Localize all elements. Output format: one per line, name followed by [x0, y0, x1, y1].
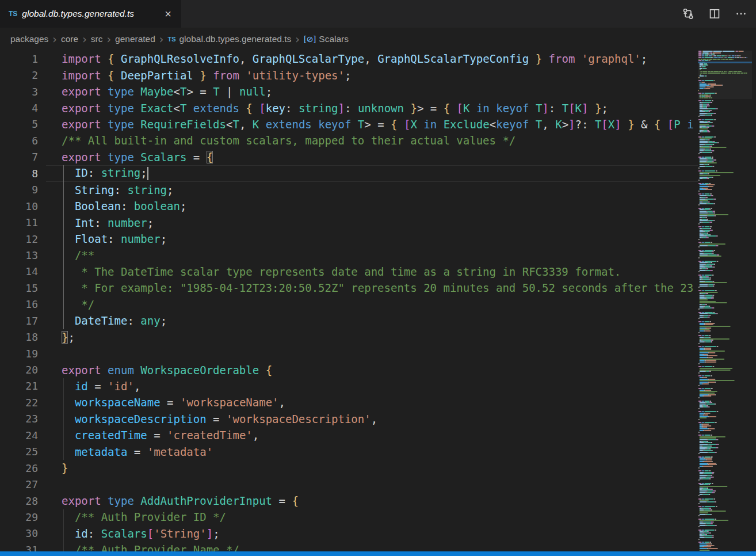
code-line[interactable]: 17 DateTime: any;	[0, 313, 756, 329]
line-text: /**	[38, 249, 94, 261]
code-line[interactable]: 18};	[0, 329, 756, 345]
code-line[interactable]: 6/** All built-in and custom scalars, ma…	[0, 132, 756, 148]
code-line[interactable]: 12 Float: number;	[0, 231, 756, 247]
code-line[interactable]: 23 workspaceDescription = 'workspaceDesc…	[0, 411, 756, 427]
line-number[interactable]: 26	[0, 462, 38, 474]
line-number[interactable]: 4	[0, 102, 38, 114]
line-number[interactable]: 3	[0, 86, 38, 98]
code-line[interactable]: 14 * The DateTime scalar type represents…	[0, 264, 756, 280]
code-line[interactable]: 11 Int: number;	[0, 214, 756, 230]
line-number[interactable]: 23	[0, 413, 38, 425]
tab-close-icon[interactable]: ×	[162, 8, 174, 20]
line-number[interactable]: 6	[0, 135, 38, 147]
breadcrumb-label: packages	[10, 34, 48, 44]
code-line[interactable]: 13 /**	[0, 247, 756, 263]
line-text: /** All built-in and custom scalars, map…	[38, 134, 516, 147]
open-changes-icon[interactable]	[681, 7, 695, 21]
line-number[interactable]: 30	[0, 527, 38, 539]
line-number[interactable]: 21	[0, 380, 38, 392]
split-editor-icon[interactable]	[708, 7, 721, 21]
line-number[interactable]: 29	[0, 511, 38, 523]
line-number[interactable]: 24	[0, 429, 38, 441]
code-line[interactable]: 8 ID: string;	[0, 165, 756, 181]
code-line[interactable]: 7export type Scalars = {	[0, 149, 756, 165]
line-number[interactable]: 5	[0, 118, 38, 130]
line-number[interactable]: 7	[0, 151, 38, 163]
line-text: export type Scalars = {	[38, 151, 213, 163]
line-number[interactable]: 18	[0, 331, 38, 343]
code-line[interactable]: 5export type RequireFields<T, K extends …	[0, 116, 756, 132]
code-line[interactable]: 2import { DeepPartial } from 'utility-ty…	[0, 67, 756, 83]
line-number[interactable]: 12	[0, 233, 38, 245]
line-number[interactable]: 27	[0, 478, 38, 490]
line-number[interactable]: 2	[0, 69, 38, 81]
line-number[interactable]: 10	[0, 200, 38, 212]
line-number[interactable]: 11	[0, 216, 38, 229]
line-text: export type AddAuthProviderInput = {	[38, 494, 299, 507]
minimap[interactable]	[698, 51, 752, 551]
code-line[interactable]: 16 */	[0, 296, 756, 313]
line-number[interactable]: 16	[0, 298, 38, 310]
code-line[interactable]: 20export enum WorkspaceOrderable {	[0, 361, 756, 378]
breadcrumb-separator-icon: ›	[159, 33, 164, 45]
breadcrumb-label: src	[91, 34, 103, 44]
code-line[interactable]: 22 workspaceName = 'workspaceName',	[0, 394, 756, 410]
code-line[interactable]: 25 metadata = 'metadata'	[0, 444, 756, 460]
code-line[interactable]: 15 * For example: "1985-04-12T23:20:50.5…	[0, 280, 756, 296]
code-line[interactable]: 21 id = 'id',	[0, 378, 756, 394]
line-number[interactable]: 20	[0, 364, 38, 376]
line-number[interactable]: 25	[0, 445, 38, 458]
editor: 1import { GraphQLResolveInfo, GraphQLSca…	[0, 51, 756, 551]
tab-global-db-types-generated[interactable]: TS global.db.types.generated.ts ×	[0, 0, 181, 28]
line-text: * For example: "1985-04-12T23:20:50.52Z"…	[38, 281, 693, 294]
line-text: id: Scalars['String'];	[38, 527, 220, 540]
typescript-file-icon: TS	[9, 10, 17, 18]
more-actions-icon[interactable]	[734, 7, 748, 21]
breadcrumb-separator-icon: ›	[52, 33, 57, 45]
line-text: import { GraphQLResolveInfo, GraphQLScal…	[38, 52, 647, 65]
breadcrumb-separator-icon: ›	[295, 33, 300, 45]
code-line[interactable]: 27	[0, 476, 756, 492]
code-line[interactable]: 31 /** Auth Provider Name */	[0, 542, 756, 551]
line-text: export enum WorkspaceOrderable {	[38, 364, 272, 376]
code-line[interactable]: 30 id: Scalars['String'];	[0, 525, 756, 542]
line-text: Boolean: boolean;	[38, 200, 186, 212]
code-line[interactable]: 24 createdTime = 'createdTime',	[0, 427, 756, 443]
line-number[interactable]: 19	[0, 348, 38, 360]
breadcrumb-item-src[interactable]: ›src	[78, 33, 102, 45]
breadcrumb-item-global-db-types-generated-ts[interactable]: ›TSglobal.db.types.generated.ts	[155, 33, 291, 45]
breadcrumb-item-generated[interactable]: ›generated	[102, 33, 155, 45]
code-line[interactable]: 9 String: string;	[0, 182, 756, 198]
editor-code: 1import { GraphQLResolveInfo, GraphQLSca…	[0, 51, 756, 551]
line-number[interactable]: 17	[0, 315, 38, 327]
breadcrumb-item-scalars[interactable]: ›[⊘]Scalars	[291, 33, 349, 45]
breadcrumb-item-packages[interactable]: packages	[10, 34, 48, 44]
code-line[interactable]: 3export type Maybe<T> = T | null;	[0, 83, 756, 100]
line-number[interactable]: 15	[0, 282, 38, 294]
code-line[interactable]: 29 /** Auth Provider ID */	[0, 509, 756, 525]
line-number[interactable]: 28	[0, 495, 38, 507]
code-line[interactable]: 4export type Exact<T extends { [key: str…	[0, 100, 756, 116]
vscode-window: TS global.db.types.generated.ts ×	[0, 0, 756, 556]
line-number[interactable]: 1	[0, 53, 38, 65]
line-text: String: string;	[38, 184, 174, 196]
line-number[interactable]: 31	[0, 544, 38, 551]
code-line[interactable]: 10 Boolean: boolean;	[0, 198, 756, 214]
symbol-type-icon: [⊘]	[304, 35, 315, 44]
breadcrumb-label: Scalars	[319, 34, 349, 44]
line-number[interactable]: 13	[0, 249, 38, 261]
code-line[interactable]: 28export type AddAuthProviderInput = {	[0, 493, 756, 509]
code-line[interactable]: 26}	[0, 460, 756, 476]
line-number[interactable]: 9	[0, 184, 38, 196]
line-text: createdTime = 'createdTime',	[38, 429, 259, 441]
code-line[interactable]: 1import { GraphQLResolveInfo, GraphQLSca…	[0, 51, 756, 67]
line-number[interactable]: 14	[0, 265, 38, 277]
code-line[interactable]: 19	[0, 345, 756, 361]
line-text: ID: string;	[38, 166, 148, 180]
line-text: metadata = 'metadata'	[38, 445, 213, 458]
editor-tab-bar: TS global.db.types.generated.ts ×	[0, 0, 756, 28]
line-number[interactable]: 8	[0, 167, 38, 180]
breadcrumb-item-core[interactable]: ›core	[48, 33, 78, 45]
line-number[interactable]: 22	[0, 397, 38, 409]
editor-actions	[681, 0, 748, 28]
